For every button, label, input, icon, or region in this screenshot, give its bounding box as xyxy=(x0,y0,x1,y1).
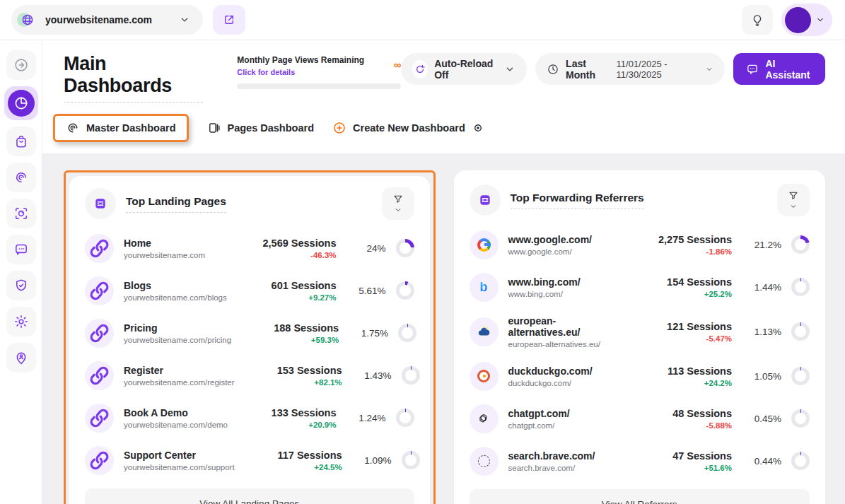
change-percent: +20.9% xyxy=(239,421,337,429)
item-title: european-alternatives.eu/ xyxy=(508,315,625,338)
sidebar-item-privacy-shield[interactable] xyxy=(6,271,36,300)
auto-reload-dropdown[interactable]: Auto-Reload Off xyxy=(401,53,527,85)
sidebar-item-ecommerce-bag[interactable] xyxy=(6,127,36,156)
link-icon xyxy=(85,361,114,390)
list-item[interactable]: bwww.bing.com/www.bing.com/154 Sessions+… xyxy=(470,266,810,308)
donut-chart xyxy=(402,451,420,469)
open-website-button[interactable] xyxy=(213,5,245,35)
ai-assistant-button[interactable]: AI Assistant xyxy=(733,53,825,85)
list-item[interactable]: duckduckgo.com/duckduckgo.com/113 Sessio… xyxy=(470,355,810,397)
list-item[interactable]: european-alternatives.eu/european-altern… xyxy=(470,308,810,355)
avatar xyxy=(785,7,811,33)
account-menu[interactable] xyxy=(781,4,832,36)
referrers-list: www.google.com/www.google.com/2,275 Sess… xyxy=(470,223,810,482)
top-landing-pages-card: Top Landing Pages Homeyourwebsitename.co… xyxy=(69,176,430,504)
tab-label: Pages Dashboard xyxy=(228,122,315,134)
link-icon xyxy=(85,319,114,348)
sidebar-item-settings-gear[interactable] xyxy=(6,307,36,336)
filter-button[interactable] xyxy=(382,187,414,220)
list-item[interactable]: Pricingyourwebsitename.com/pricing188 Se… xyxy=(85,312,414,354)
item-title: www.google.com/ xyxy=(508,234,625,245)
donut-chart xyxy=(396,239,414,257)
list-item[interactable]: Blogsyourwebsitename.com/blogs601 Sessio… xyxy=(85,269,414,312)
list-item[interactable]: Registeryourwebsitename.com/register153 … xyxy=(85,354,414,397)
change-percent: +59.3% xyxy=(241,336,339,344)
item-subtitle: yourwebsitename.com/register xyxy=(124,378,235,387)
change-percent: +24.5% xyxy=(245,463,342,471)
tab-master-dashboard[interactable]: Master Dashboard xyxy=(66,121,176,135)
pageviews-remaining-widget: Monthly Page Views Remaining Click for d… xyxy=(237,53,401,89)
sessions-count: 154 Sessions xyxy=(634,276,732,288)
item-title: chatgpt.com/ xyxy=(508,408,625,419)
period-range: 11/01/2025 - 11/30/2025 xyxy=(617,59,699,80)
sidebar-item-dashboards-pie[interactable] xyxy=(4,86,38,120)
sidebar-item-visitors-focus[interactable] xyxy=(6,199,36,228)
list-item[interactable]: Homeyourwebsitename.com2,569 Sessions-46… xyxy=(85,227,414,269)
view-all-referrers-button[interactable]: View All Referrers xyxy=(470,489,810,504)
chevron-down-icon xyxy=(394,206,402,214)
share-percent: 0.44% xyxy=(742,456,781,467)
list-item[interactable]: Book A Demoyourwebsitename.com/demo133 S… xyxy=(85,397,414,439)
external-link-icon xyxy=(223,13,235,26)
page-header: Main Dashboards Monthly Page Views Remai… xyxy=(42,40,845,153)
tab-label: Master Dashboard xyxy=(86,122,176,134)
list-item[interactable]: search.brave.com/search.brave.com/47 Ses… xyxy=(470,440,810,482)
item-title: Home xyxy=(124,238,229,249)
tab-create-new-dashboard[interactable]: Create New Dashboard xyxy=(332,121,483,135)
item-title: Support Center xyxy=(124,450,235,461)
database-icon xyxy=(93,197,107,211)
change-percent: +51.6% xyxy=(634,464,732,472)
website-name: yourwebsitename.com xyxy=(45,14,152,25)
sessions-count: 2,275 Sessions xyxy=(634,234,732,245)
filter-button[interactable] xyxy=(777,184,810,216)
website-selector[interactable]: yourwebsitename.com xyxy=(11,5,203,35)
clock-icon xyxy=(547,63,559,76)
settings-gear-icon xyxy=(13,314,29,329)
top-forwarding-referrers-card: Top Forwarding Referrers www.google.com/… xyxy=(454,170,826,504)
share-percent: 1.24% xyxy=(346,413,386,423)
privacy-shield-icon xyxy=(13,278,29,293)
donut-chart xyxy=(791,409,810,428)
list-item[interactable]: chatgpt.com/chatgpt.com/48 Sessions-5.88… xyxy=(470,397,810,440)
sidebar-item-behavior-spiral[interactable] xyxy=(6,163,36,192)
visitors-focus-icon xyxy=(13,206,29,221)
sidebar xyxy=(0,40,42,504)
change-percent: +25.2% xyxy=(634,290,732,298)
sessions-count: 153 Sessions xyxy=(245,365,342,376)
change-percent: -46.3% xyxy=(239,251,337,259)
date-range-picker[interactable]: Last Month 11/01/2025 - 11/30/2025 xyxy=(535,53,725,85)
item-subtitle: www.google.com/ xyxy=(508,247,625,256)
donut-chart xyxy=(396,409,414,427)
pageviews-details-link[interactable]: Click for details xyxy=(237,68,295,76)
share-percent: 1.44% xyxy=(742,282,781,293)
change-percent: -1.86% xyxy=(634,247,732,256)
link-icon xyxy=(85,404,114,433)
sidebar-item-communication-chat[interactable] xyxy=(6,235,36,264)
tips-button[interactable] xyxy=(742,5,773,35)
sessions-count: 2,569 Sessions xyxy=(239,238,337,249)
item-title: duckduckgo.com/ xyxy=(508,365,625,377)
landing-pages-list: Homeyourwebsitename.com2,569 Sessions-46… xyxy=(85,227,414,481)
location-pin-icon xyxy=(13,350,29,365)
change-percent: -5.47% xyxy=(634,334,732,343)
share-percent: 1.05% xyxy=(742,371,781,382)
item-subtitle: chatgpt.com/ xyxy=(508,421,625,430)
share-percent: 21.2% xyxy=(742,240,781,250)
behavior-spiral-icon xyxy=(13,170,29,185)
dashboard-tabs: Master Dashboard Pages Dashboard Create … xyxy=(64,114,825,153)
item-subtitle: yourwebsitename.com/demo xyxy=(124,421,229,429)
chevron-down-icon xyxy=(705,65,713,74)
tab-label: Create New Dashboard xyxy=(353,122,465,134)
link-icon xyxy=(85,276,114,305)
lightbulb-icon xyxy=(750,13,764,27)
tab-pages-dashboard[interactable]: Pages Dashboard xyxy=(207,121,315,135)
sidebar-item-panel-expand[interactable] xyxy=(6,50,36,80)
item-title: Pricing xyxy=(124,322,231,334)
change-percent: +9.27% xyxy=(239,293,337,302)
view-all-landing-pages-button[interactable]: View All Landing Pages xyxy=(85,488,414,504)
sessions-count: 133 Sessions xyxy=(239,407,337,418)
ai-assistant-label: AI Assistant xyxy=(765,58,812,81)
list-item[interactable]: Support Centeryourwebsitename.com/suppor… xyxy=(85,439,414,481)
list-item[interactable]: www.google.com/www.google.com/2,275 Sess… xyxy=(470,223,810,266)
sidebar-item-location-pin[interactable] xyxy=(6,343,36,373)
